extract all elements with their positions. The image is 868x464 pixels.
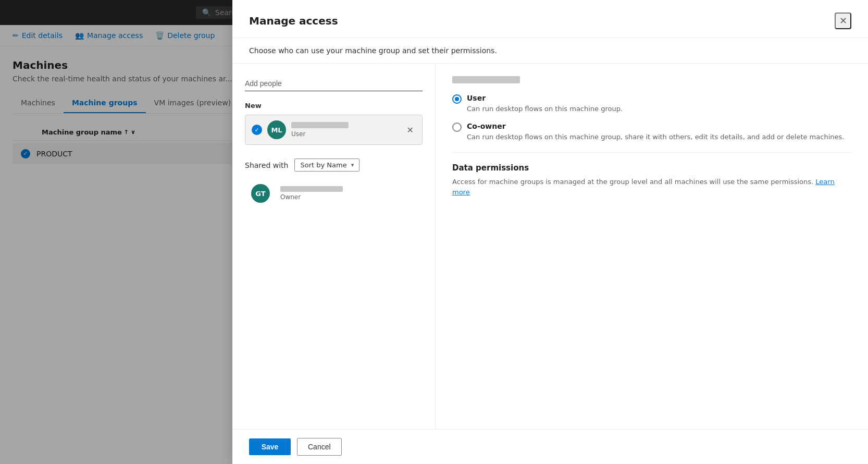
new-section-label: New	[245, 102, 423, 109]
radio-coowner[interactable]	[452, 123, 462, 132]
modal-title: Manage access	[249, 15, 338, 27]
shared-user-item: GT Owner	[245, 180, 423, 207]
permission-coowner-desc: Can run desktop flows on this machine gr…	[467, 132, 851, 142]
permission-coowner-text: Co-owner Can run desktop flows on this m…	[467, 122, 851, 142]
modal-subtitle: Choose who can use your machine group an…	[232, 38, 868, 64]
right-panel: User Can run desktop flows on this machi…	[436, 64, 868, 429]
left-panel: New ✓ ML User ✕ Shared with Sort by Name…	[232, 64, 436, 429]
user-avatar: ML	[267, 120, 286, 139]
cancel-button[interactable]: Cancel	[297, 438, 342, 456]
shared-user-info: Owner	[280, 186, 416, 201]
shared-user-role: Owner	[280, 193, 416, 201]
modal-footer: Save Cancel	[232, 429, 868, 464]
close-button[interactable]: ✕	[835, 13, 851, 29]
shared-with-label: Shared with	[245, 161, 288, 169]
radio-user[interactable]	[452, 94, 462, 104]
save-button[interactable]: Save	[249, 438, 291, 455]
permission-user-text: User Can run desktop flows on this machi…	[467, 94, 851, 114]
shared-user-avatar: GT	[251, 184, 270, 203]
sort-by-label: Sort by Name	[300, 161, 346, 169]
data-permissions-text: Access for machine groups is managed at …	[452, 177, 851, 197]
permission-user-desc: Can run desktop flows on this machine gr…	[467, 104, 851, 114]
user-name-blurred	[291, 122, 349, 128]
shared-with-section: Shared with Sort by Name ▾ GT Owner	[245, 158, 423, 207]
sort-dropdown[interactable]: Sort by Name ▾	[294, 158, 359, 172]
user-selected-check: ✓	[252, 125, 262, 135]
manage-access-modal: Manage access ✕ Choose who can use your …	[232, 0, 868, 464]
resource-name-blurred	[452, 76, 520, 83]
permission-user-name: User	[467, 94, 851, 102]
add-people-input[interactable]	[245, 76, 423, 91]
permission-coowner-name: Co-owner	[467, 122, 851, 130]
data-permissions-title: Data permissions	[452, 163, 851, 173]
user-remove-button[interactable]: ✕	[405, 123, 416, 137]
user-role: User	[291, 130, 405, 138]
modal-header: Manage access ✕	[232, 0, 868, 38]
modal-body: New ✓ ML User ✕ Shared with Sort by Name…	[232, 64, 868, 429]
shared-with-header: Shared with Sort by Name ▾	[245, 158, 423, 172]
permission-coowner-option[interactable]: Co-owner Can run desktop flows on this m…	[452, 122, 851, 142]
user-info: User	[291, 122, 405, 138]
permission-user-option[interactable]: User Can run desktop flows on this machi…	[452, 94, 851, 114]
shared-user-name-blurred	[280, 186, 343, 192]
divider	[452, 152, 851, 153]
new-user-item[interactable]: ✓ ML User ✕	[245, 115, 423, 145]
chevron-down-icon: ▾	[351, 162, 354, 168]
